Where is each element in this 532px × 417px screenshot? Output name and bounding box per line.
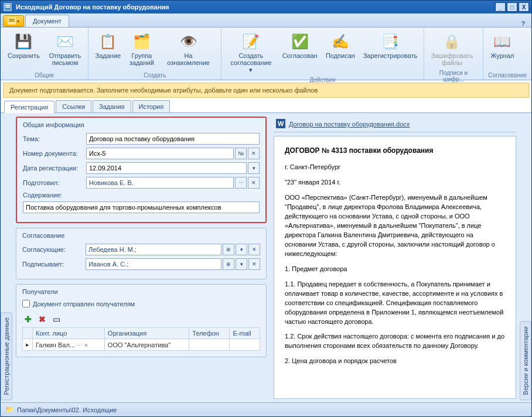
preview-city: г. Санкт-Петербург [285,163,505,172]
signed-button[interactable]: ✍️ Подписан [324,30,357,61]
recipients-card-button[interactable]: ▭ [50,313,62,325]
number-input[interactable] [86,148,234,159]
signer-dropdown-button[interactable]: ▾ [236,258,247,270]
sent-checkbox-input[interactable] [22,300,30,307]
eye-icon: 👁️ [179,32,198,51]
recipients-group: Получатели Документ отправлен получателя… [16,284,267,357]
save-button[interactable]: 💾 Сохранить [5,30,42,61]
col-org[interactable]: Организация [104,328,189,339]
tab-registration[interactable]: Регистрация [4,101,54,113]
group-title-sign: Подписи и шифр... [429,69,479,83]
group-title-general: Общие [5,71,83,78]
signer-input[interactable] [86,258,221,270]
table-row[interactable]: ▸ Галкин Вал... ⋯ ✕ ООО "Альтернатива" [23,339,260,351]
svg-rect-5 [9,20,15,22]
file-name-link[interactable]: Договор на поставку оборудования.docx [289,121,410,128]
folder-icon: 📁 [5,406,13,413]
review-button[interactable]: 👁️ На ознакомление [161,30,216,69]
tab-tasks[interactable]: Задания [93,100,131,112]
preview-heading: ДОГОВОР № 4313 поставки оборудования [285,146,505,156]
remove-recipient-button[interactable]: ✖ [36,313,48,325]
signer-clear-button[interactable]: ✕ [248,258,260,270]
document-preview[interactable]: ДОГОВОР № 4313 поставки оборудования г. … [274,136,516,399]
ribbon-group-approve: 📖 Журнал Согласование [483,28,531,80]
register-button[interactable]: 📑 Зарегистрировать [362,30,419,61]
send-mail-button[interactable]: ✉️ Отправить письмом [47,30,84,69]
side-tab-left[interactable]: Регистрационные данные [1,312,12,400]
close-button[interactable]: X [519,2,529,12]
number-generate-button[interactable]: № [235,148,247,159]
status-path: Папки\Документы\02. Исходящие [17,406,117,413]
date-dropdown-button[interactable]: ▾ [248,162,260,174]
sent-checkbox[interactable]: Документ отправлен получателям [22,300,260,307]
approved-button[interactable]: ✅ Согласован [281,30,319,61]
author-clear-button[interactable]: ✕ [248,177,260,189]
approvers-dropdown-button[interactable]: ▾ [236,244,247,255]
general-info-group: Общая информация Тема: Номер документа: … [16,117,267,223]
col-contact[interactable]: Конт. лицо [33,328,105,339]
signer-nav-button[interactable]: ⊕ [223,258,234,270]
envelope-icon: ✉️ [56,32,74,51]
main-area: Регистрационные данные Общая информация … [1,113,531,402]
app-menu-button[interactable] [3,15,24,27]
approvers-input[interactable] [86,244,221,255]
preview-p3: 1.2. Срок действия настоящего договора: … [285,332,505,351]
cell-phone [189,339,230,351]
add-recipient-button[interactable]: ✚ [22,313,34,325]
svg-rect-2 [5,6,10,8]
svg-text:W: W [278,120,284,127]
recipients-table: Конт. лицо Организация Телефон E-mail ▸ … [22,327,260,351]
word-icon: W [276,119,285,129]
signer-label: Подписывает: [22,261,86,268]
ribbon-tab-document[interactable]: Документ [25,15,69,27]
author-lookup-button[interactable]: ⋯ [235,177,247,189]
sent-checkbox-label: Документ отправлен получателям [33,300,135,307]
maximize-button[interactable]: □ [507,2,517,12]
cell-contact: Галкин Вал... [36,341,75,348]
minimize-button[interactable]: _ [495,2,506,12]
col-phone[interactable]: Телефон [189,328,230,339]
content-input[interactable] [23,201,260,213]
content-label: Содержание: [23,192,86,199]
approvers-nav-button[interactable]: ⊕ [223,244,234,255]
tab-links[interactable]: Ссылки [56,100,91,112]
side-tab-right[interactable]: Версии и комментарии [520,321,531,400]
date-label: Дата регистрации: [23,165,86,172]
file-header: W Договор на поставку оборудования.docx [274,117,516,132]
ribbon-group-create: 📋 Задание 🗂️ Группа заданий 👁️ На ознако… [88,28,221,80]
author-input[interactable] [86,177,234,189]
ribbon-group-actions: 📝 Создать согласование ▾ ✅ Согласован ✍️… [221,28,424,80]
task-button[interactable]: 📋 Задание [93,30,122,61]
number-clear-button[interactable]: ✕ [248,148,260,159]
recipients-title: Получатели [16,285,266,298]
subject-input[interactable] [86,133,260,145]
col-email[interactable]: E-mail [230,328,260,339]
task-group-button[interactable]: 🗂️ Группа заданий [127,30,156,69]
info-bar: Документ подготавливается. Заполните нео… [3,83,529,98]
approvers-clear-button[interactable]: ✕ [248,244,260,255]
approval-group: Согласование Согласующие: ⊕ ▾ ✕ Подписыв… [16,228,267,279]
approval-title: Согласование [16,228,266,241]
date-input[interactable] [86,162,247,174]
group-title-create: Создать [93,71,216,78]
stamp-icon: 📑 [381,32,400,51]
titlebar: Исходящий Договор на поставку оборудован… [1,1,531,13]
ribbon-group-sign: 🔒 Зашифровать файлы Подписи и шифр... [424,28,484,80]
journal-icon: 📖 [493,32,511,51]
preview-p2: 1.1. Продавец передает в собственность, … [285,280,505,327]
create-approval-button[interactable]: 📝 Создать согласование ▾ [226,30,276,76]
tab-history[interactable]: История [132,100,170,112]
preview-p1: ООО «Перспектива» (Санкт-Петербург), име… [285,193,505,259]
encrypt-button: 🔒 Зашифровать файлы [429,30,475,69]
journal-button[interactable]: 📖 Журнал [488,30,516,61]
app-icon [3,2,12,12]
check-icon: ✅ [291,32,309,51]
preview-h1: 1. Предмет договора [285,265,505,274]
ribbon-group-general: 💾 Сохранить ✉️ Отправить письмом Общие [1,28,88,80]
author-label: Подготовил: [23,179,86,186]
save-icon: 💾 [14,32,33,51]
status-bar: 📁 Папки\Документы\02. Исходящие [1,402,531,416]
group-title-approve: Согласование [488,71,527,78]
preview-h2: 2. Цена договора и порядок расчетов [285,357,505,366]
ribbon-help-button[interactable]: ? [519,20,528,27]
